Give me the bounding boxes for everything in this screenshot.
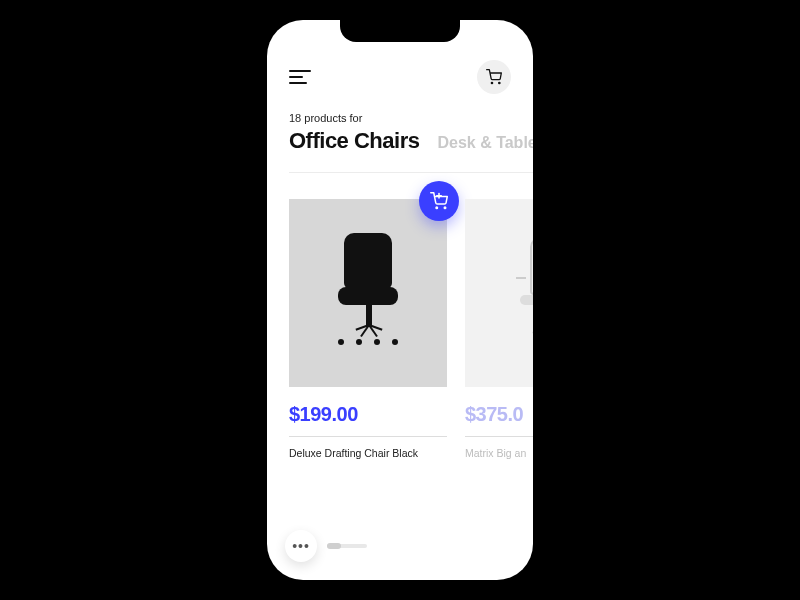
bottom-bar: ••• xyxy=(285,530,367,562)
product-price: $375.0 xyxy=(465,403,533,426)
product-price: $199.00 xyxy=(289,403,447,426)
category-tabs: Office Chairs Desk & Table xyxy=(289,128,533,154)
tab-desk-table[interactable]: Desk & Table xyxy=(437,134,533,152)
svg-point-1 xyxy=(499,82,500,83)
add-to-cart-button[interactable] xyxy=(419,181,459,221)
product-carousel[interactable]: $199.00 Deluxe Drafting Chair Black $375… xyxy=(289,199,533,459)
device-notch xyxy=(340,20,460,42)
product-card[interactable]: $375.0 Matrix Big an xyxy=(465,199,533,459)
product-count-label: 18 products for xyxy=(289,112,533,124)
svg-point-2 xyxy=(436,207,438,209)
price-divider xyxy=(465,436,533,437)
cart-icon xyxy=(486,69,502,85)
product-name: Matrix Big an xyxy=(465,447,533,459)
product-image-box xyxy=(465,199,533,387)
product-image xyxy=(328,233,408,353)
product-card[interactable]: $199.00 Deluxe Drafting Chair Black xyxy=(289,199,447,459)
svg-point-0 xyxy=(491,82,492,83)
menu-button[interactable] xyxy=(289,70,311,84)
tab-active-label: Office Chairs xyxy=(289,128,419,153)
product-name: Deluxe Drafting Chair Black xyxy=(289,447,447,459)
tab-office-chairs[interactable]: Office Chairs xyxy=(289,128,419,154)
carousel-scroll-thumb[interactable] xyxy=(327,543,341,549)
carousel-scrollbar[interactable] xyxy=(327,544,367,548)
content-area: 18 products for Office Chairs Desk & Tab… xyxy=(267,106,533,459)
phone-frame: 18 products for Office Chairs Desk & Tab… xyxy=(267,20,533,580)
product-image xyxy=(514,233,533,353)
price-divider xyxy=(289,436,447,437)
section-divider xyxy=(289,172,533,173)
add-to-cart-icon xyxy=(430,192,448,210)
product-image-box xyxy=(289,199,447,387)
cart-button[interactable] xyxy=(477,60,511,94)
more-options-button[interactable]: ••• xyxy=(285,530,317,562)
svg-point-3 xyxy=(444,207,446,209)
